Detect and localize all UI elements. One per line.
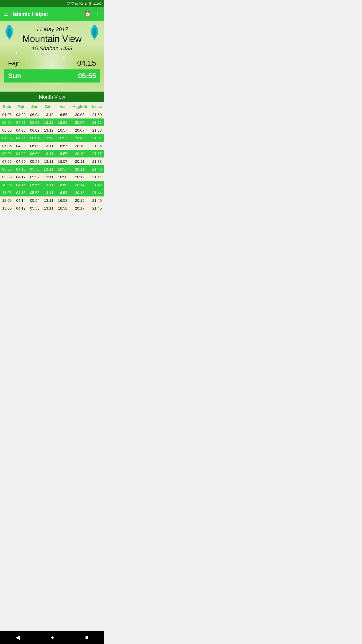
cell-sun: 06:00 <box>28 142 42 150</box>
cell-ishaa: 21:45 <box>90 196 104 204</box>
cell-sun: 05:59 <box>28 157 42 165</box>
cell-maghrib: 20:10 <box>70 150 90 157</box>
alarm-button[interactable]: ⏰ <box>84 11 91 17</box>
cell-date: 12.05 <box>0 196 14 204</box>
cell-ishaa: 21:32 <box>90 118 104 126</box>
cell-fajr: 04:23 <box>14 142 28 150</box>
cell-ishaa: 21:41 <box>90 173 104 181</box>
cell-fajr: 04:18 <box>14 165 28 173</box>
cell-zuhr: 13:11 <box>42 196 56 204</box>
cell-fajr: 04:15 <box>14 189 28 196</box>
cell-zuhr: 13:11 <box>42 150 56 157</box>
cell-fajr: 04:26 <box>14 126 28 134</box>
cell-zuhr: 13:12 <box>42 126 56 134</box>
cell-maghrib: 20:06 <box>70 111 90 118</box>
cell-sun: 05:55 <box>28 189 42 196</box>
svg-point-1 <box>93 25 97 28</box>
status-icons: 🛡 🛡 ▤ 4G ▲ 🔋 11:40 <box>67 2 102 6</box>
cell-ishaa: 21:34 <box>90 134 104 142</box>
cell-date: 03.05 <box>0 126 14 134</box>
cell-fajr: 04:29 <box>14 111 28 118</box>
cell-zuhr: 13:12 <box>42 118 56 126</box>
cell-asr: 16:56 <box>56 118 70 126</box>
cell-sun: 06:00 <box>28 150 42 157</box>
more-button[interactable]: ⋮ <box>95 11 101 17</box>
col-sun: Sun <box>28 102 42 111</box>
cell-zuhr: 13:11 <box>42 157 56 165</box>
cell-sun: 05:56 <box>28 181 42 189</box>
cell-date: 06.05 <box>0 150 14 157</box>
cell-ishaa: 21:33 <box>90 126 104 134</box>
sun-label: Sun <box>8 72 21 80</box>
left-decoration <box>3 24 16 42</box>
cell-sun: 05:53 <box>28 204 42 212</box>
cell-zuhr: 13:11 <box>42 173 56 181</box>
cell-sun: 05:57 <box>28 173 42 181</box>
cell-asr: 16:57 <box>56 142 70 150</box>
table-body: 01.0504:2906:0413:1216:5620:0621:3002.05… <box>0 111 104 212</box>
hijri-date: 15 Shaban 1438 <box>4 45 100 52</box>
table-row: 07.0504:2005:5913:1116:5720:1121:38 <box>0 157 104 165</box>
table-row: 09.0504:1705:5713:1116:5820:1221:41 <box>0 173 104 181</box>
time-display: 11:40 <box>93 2 102 6</box>
cell-date: 11.05 <box>0 189 14 196</box>
cell-maghrib: 20:11 <box>70 165 90 173</box>
cell-date: 04.05 <box>0 134 14 142</box>
cell-sun: 06:03 <box>28 118 42 126</box>
svg-point-0 <box>7 25 11 28</box>
cell-maghrib: 20:11 <box>70 157 90 165</box>
cell-sun: 06:04 <box>28 111 42 118</box>
cell-zuhr: 13:12 <box>42 134 56 142</box>
cell-ishaa: 21:44 <box>90 189 104 196</box>
cell-asr: 16:58 <box>56 173 70 181</box>
cell-date: 01.05 <box>0 111 14 118</box>
cell-zuhr: 13:11 <box>42 189 56 196</box>
right-decoration <box>88 24 102 42</box>
table-row: 12.0504:1405:5413:1116:5820:1521:45 <box>0 196 104 204</box>
cell-ishaa: 21:36 <box>90 142 104 150</box>
cell-fajr: 04:14 <box>14 196 28 204</box>
cell-ishaa: 21:40 <box>90 165 104 173</box>
fajr-row: Fajr 04:15 <box>4 57 100 69</box>
table-row: 02.0504:2806:0313:1216:5620:0721:32 <box>0 118 104 126</box>
cell-asr: 16:57 <box>56 134 70 142</box>
col-ishaa: Ishaa <box>90 102 104 111</box>
sun-row: Sun 05:55 <box>4 69 100 83</box>
signal-icon: ▲ <box>84 2 87 6</box>
cell-asr: 16:56 <box>56 111 70 118</box>
col-asr: Asr <box>56 102 70 111</box>
cell-date: 09.05 <box>0 173 14 181</box>
cell-date: 08.05 <box>0 165 14 173</box>
cell-ishaa: 21:37 <box>90 150 104 157</box>
cell-sun: 05:54 <box>28 196 42 204</box>
prayer-table: Date Fajr Sun Zuhr Asr Maghrib Ishaa 01.… <box>0 102 104 212</box>
cell-fajr: 04:17 <box>14 173 28 181</box>
table-row: 05.0504:2306:0013:1116:5720:1021:36 <box>0 142 104 150</box>
app-bar: ☰ Islamic Helper ⏰ ⋮ <box>0 7 104 21</box>
cell-zuhr: 13:11 <box>42 204 56 212</box>
cell-asr: 16:58 <box>56 189 70 196</box>
cell-asr: 16:57 <box>56 157 70 165</box>
cell-ishaa: 21:30 <box>90 111 104 118</box>
cell-ishaa: 21:38 <box>90 157 104 165</box>
app-title: Islamic Helper <box>13 11 80 17</box>
cell-fajr: 04:12 <box>14 204 28 212</box>
cell-maghrib: 20:07 <box>70 118 90 126</box>
fajr-label: Fajr <box>8 59 19 67</box>
table-header-row: Date Fajr Sun Zuhr Asr Maghrib Ishaa <box>0 102 104 111</box>
shield-icon-2: 🛡 <box>71 2 74 6</box>
table-row: 01.0504:2906:0413:1216:5620:0621:30 <box>0 111 104 118</box>
hero-section: ★ ★ ★ ★ ★ ★ ★ ★ ★ ★ 11 May 2017 Mountain… <box>0 21 104 92</box>
menu-button[interactable]: ☰ <box>4 11 9 17</box>
cell-sun: 05:58 <box>28 165 42 173</box>
cell-fajr: 04:28 <box>14 118 28 126</box>
cell-maghrib: 20:12 <box>70 173 90 181</box>
col-maghrib: Maghrib <box>70 102 90 111</box>
sim-icon: ▤ <box>75 2 78 5</box>
cell-asr: 16:58 <box>56 181 70 189</box>
table-row: 06.0504:2206:0013:1116:5720:1021:37 <box>0 150 104 157</box>
gregorian-date: 11 May 2017 <box>4 26 100 33</box>
cell-zuhr: 13:11 <box>42 181 56 189</box>
cell-ishaa: 21:42 <box>90 181 104 189</box>
table-row: 04.0504:2406:0113:1216:5720:0821:34 <box>0 134 104 142</box>
